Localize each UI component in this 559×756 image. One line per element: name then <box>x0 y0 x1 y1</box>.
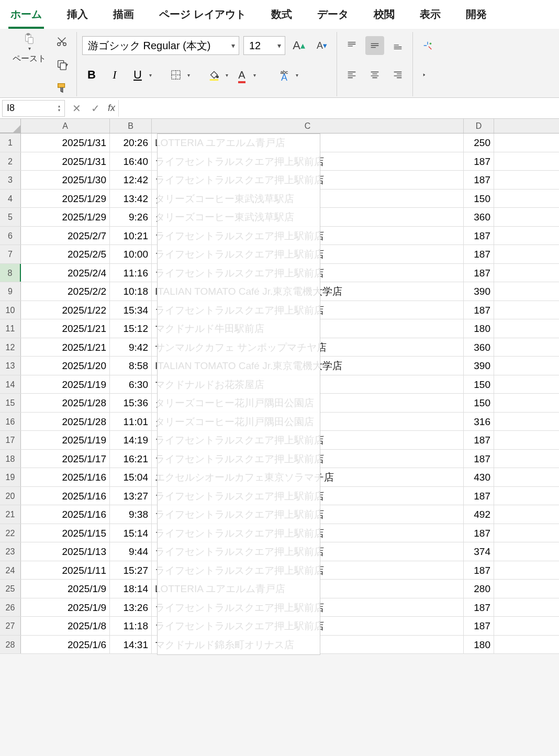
cell[interactable]: 15:04 <box>110 468 152 486</box>
row-header[interactable]: 24 <box>0 561 21 580</box>
ribbon-tab-5[interactable]: データ <box>315 4 351 29</box>
cell[interactable]: 250 <box>464 134 494 152</box>
cell[interactable]: 6:30 <box>110 375 152 394</box>
cell[interactable]: 2025/1/19 <box>21 375 110 394</box>
cell[interactable]: 390 <box>464 282 494 301</box>
row-header[interactable]: 12 <box>0 338 21 357</box>
cell[interactable]: 15:27 <box>110 561 152 580</box>
indent-button[interactable] <box>418 65 437 84</box>
cell[interactable]: 8:58 <box>110 357 152 375</box>
row-header[interactable]: 5 <box>0 208 21 226</box>
fx-label[interactable]: fx <box>105 103 118 114</box>
cell[interactable]: 11:16 <box>110 264 152 282</box>
cell[interactable]: 2025/2/7 <box>21 227 110 245</box>
spreadsheet-grid[interactable]: A B C D 12025/1/3120:26LOTTERIA ユアエルム青戸店… <box>0 119 559 654</box>
accept-formula-button[interactable]: ✓ <box>86 102 105 115</box>
cell[interactable]: 180 <box>464 636 494 654</box>
row-header[interactable]: 13 <box>0 357 21 375</box>
font-size-select[interactable] <box>243 36 285 55</box>
cell[interactable]: 11:18 <box>110 617 152 635</box>
cell[interactable]: 150 <box>464 375 494 394</box>
cell[interactable]: 2025/1/28 <box>21 413 110 431</box>
format-painter-button[interactable] <box>52 78 71 97</box>
copy-button[interactable]: ▾ <box>52 55 71 74</box>
cell[interactable]: ライフセントラルスクエア押上駅前店 <box>152 431 464 449</box>
cell[interactable]: 360 <box>464 208 494 226</box>
ribbon-tab-2[interactable]: 描画 <box>111 4 136 29</box>
paste-button[interactable]: ▾ ペースト <box>10 32 48 65</box>
cell[interactable]: 2025/1/29 <box>21 208 110 226</box>
cell[interactable]: タリーズコーヒー花川戸隅田公園店 <box>152 394 464 412</box>
cell[interactable]: ライフセントラルスクエア押上駅前店 <box>152 245 464 263</box>
cell[interactable]: 9:44 <box>110 542 152 561</box>
col-header-C[interactable]: C <box>152 119 464 133</box>
cell[interactable]: マクドナルド牛田駅前店 <box>152 319 464 338</box>
increase-font-button[interactable]: A▴ <box>289 36 308 55</box>
row-header[interactable]: 7 <box>0 245 21 263</box>
cell[interactable]: マクドナルドお花茶屋店 <box>152 375 464 394</box>
fill-color-button[interactable] <box>205 65 223 84</box>
ribbon-tab-7[interactable]: 表示 <box>418 4 443 29</box>
cell[interactable]: 2025/1/28 <box>21 394 110 412</box>
cell[interactable]: 187 <box>464 450 494 468</box>
cell[interactable]: ライフセントラルスクエア押上駅前店 <box>152 152 464 171</box>
cell[interactable]: タリーズコーヒー東武浅草駅店 <box>152 208 464 226</box>
row-header[interactable]: 16 <box>0 413 21 431</box>
cell[interactable]: 2025/1/19 <box>21 431 110 449</box>
align-left-button[interactable] <box>342 65 361 84</box>
cell[interactable]: 2025/2/4 <box>21 264 110 282</box>
cell[interactable]: ITALIAN TOMATO Café Jr.東京電機大学店 <box>152 282 464 301</box>
cell[interactable]: 2025/1/21 <box>21 319 110 338</box>
italic-button[interactable]: I <box>105 65 124 84</box>
cell[interactable]: 180 <box>464 319 494 338</box>
cell[interactable]: LOTTERIA ユアエルム青戸店 <box>152 580 464 598</box>
cell[interactable]: 187 <box>464 598 494 617</box>
cell[interactable]: 13:42 <box>110 190 152 208</box>
row-header[interactable]: 28 <box>0 636 21 654</box>
row-header[interactable]: 4 <box>0 190 21 208</box>
col-header-A[interactable]: A <box>21 119 110 133</box>
row-header[interactable]: 26 <box>0 598 21 617</box>
row-header[interactable]: 22 <box>0 524 21 542</box>
cell[interactable]: ライフセントラルスクエア押上駅前店 <box>152 561 464 580</box>
row-header[interactable]: 3 <box>0 171 21 189</box>
row-header[interactable]: 19 <box>0 468 21 486</box>
cell[interactable]: 11:01 <box>110 413 152 431</box>
align-right-button[interactable] <box>388 65 407 84</box>
cell[interactable]: 2025/1/8 <box>21 617 110 635</box>
select-all-corner[interactable] <box>0 119 21 133</box>
cell[interactable]: 2025/1/17 <box>21 450 110 468</box>
cell[interactable]: 374 <box>464 542 494 561</box>
cell[interactable]: 10:21 <box>110 227 152 245</box>
cell[interactable]: 16:21 <box>110 450 152 468</box>
cell[interactable]: 150 <box>464 394 494 412</box>
font-name-select[interactable] <box>82 36 239 55</box>
cell[interactable]: 13:26 <box>110 598 152 617</box>
cell[interactable]: 2025/1/9 <box>21 580 110 598</box>
cell[interactable]: 2025/1/29 <box>21 190 110 208</box>
cell[interactable]: 150 <box>464 190 494 208</box>
row-header[interactable]: 15 <box>0 394 21 412</box>
cell[interactable]: 430 <box>464 468 494 486</box>
cell[interactable]: 9:26 <box>110 208 152 226</box>
decrease-font-button[interactable]: A▾ <box>312 36 331 55</box>
cell[interactable]: エクセルシオールカフェ東京ソラマチ店 <box>152 468 464 486</box>
cell[interactable]: ライフセントラルスクエア押上駅前店 <box>152 450 464 468</box>
cell[interactable]: 9:38 <box>110 505 152 524</box>
cut-button[interactable] <box>52 32 71 51</box>
name-box-spinner[interactable]: ▴▾ <box>58 104 60 113</box>
cell[interactable]: マクドナルド錦糸町オリナス店 <box>152 636 464 654</box>
font-color-button[interactable]: A <box>232 65 251 84</box>
align-middle-button[interactable] <box>365 36 384 55</box>
cell[interactable]: 15:12 <box>110 319 152 338</box>
row-header[interactable]: 6 <box>0 227 21 245</box>
cell[interactable]: 2025/1/30 <box>21 171 110 189</box>
cell[interactable]: ライフセントラルスクエア押上駅前店 <box>152 171 464 189</box>
conditional-format-button[interactable] <box>418 36 437 55</box>
ribbon-tab-8[interactable]: 開発 <box>464 4 489 29</box>
bold-button[interactable]: B <box>82 65 101 84</box>
cell[interactable]: ITALIAN TOMATO Café Jr.東京電機大学店 <box>152 357 464 375</box>
cell[interactable]: タリーズコーヒー東武浅草駅店 <box>152 190 464 208</box>
align-center-button[interactable] <box>365 65 384 84</box>
row-header[interactable]: 17 <box>0 431 21 449</box>
